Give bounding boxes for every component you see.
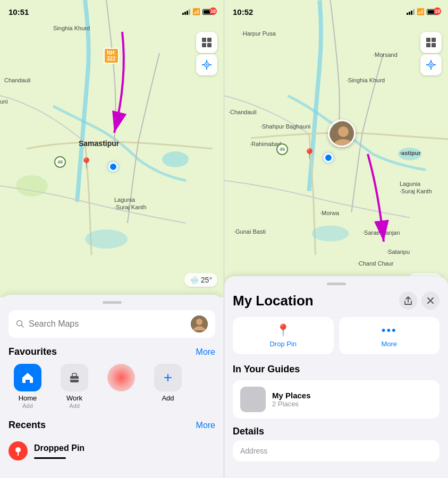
recents-more-btn[interactable]: More — [196, 421, 215, 430]
recent-divider — [34, 457, 66, 459]
guide-thumbnail — [240, 387, 266, 412]
recent-dropped-pin[interactable]: Dropped Pin — [9, 437, 215, 465]
fav-work[interactable]: Work Add — [55, 364, 94, 409]
guide-name: My Places — [272, 391, 311, 400]
svg-point-25 — [430, 64, 432, 66]
details-section: Details Address — [233, 426, 439, 462]
svg-point-16 — [15, 447, 21, 453]
close-button[interactable] — [421, 292, 439, 310]
fav-home[interactable]: Home Add — [9, 364, 47, 409]
left-status-icons: 📶 18 — [182, 8, 215, 15]
right-signal-icon — [407, 8, 415, 15]
left-phone-panel: 10:51 📶 18 — [0, 0, 224, 478]
svg-rect-20 — [426, 38, 430, 42]
more-action-label: More — [381, 340, 397, 348]
right-phone-panel: 10:52 📶 19 — [224, 0, 448, 478]
svg-point-3 — [16, 175, 48, 197]
action-row: 📍 Drop Pin ••• More — [233, 317, 439, 354]
location-title: My Location — [233, 293, 314, 309]
right-map[interactable]: 10:52 📶 19 — [224, 0, 448, 297]
signal-icon — [182, 8, 190, 15]
recent-pin-icon — [9, 441, 28, 460]
guide-info: My Places 2 Places — [272, 391, 311, 408]
wifi-icon: 📶 — [192, 8, 200, 15]
guides-section: In Your Guides My Places 2 Places — [233, 364, 439, 419]
drop-pin-label: Drop Pin — [269, 340, 297, 348]
left-map-controls — [196, 32, 217, 75]
add-label: Add — [162, 394, 174, 402]
left-sheet-handle — [103, 301, 122, 304]
recent-pin-name: Dropped Pin — [34, 443, 84, 453]
share-button[interactable] — [399, 292, 417, 310]
recents-header: Recents More — [9, 420, 215, 431]
battery-level-badge: 18 — [209, 7, 217, 15]
location-dot-right — [324, 153, 333, 163]
battery-container: 18 — [202, 9, 215, 15]
favourites-more-btn[interactable]: More — [196, 347, 215, 357]
left-weather-badge: 🌧️ 25° — [184, 273, 217, 287]
right-battery-badge: 19 — [434, 7, 441, 15]
recents-section: Recents More Dropped Pin — [9, 420, 215, 465]
map-profile-avatar — [328, 120, 356, 147]
location-dot-left — [108, 162, 118, 172]
svg-rect-7 — [207, 43, 212, 47]
road-circle-49: 49 — [54, 156, 66, 168]
add-icon-bg: + — [154, 364, 182, 391]
svg-point-27 — [338, 126, 349, 137]
weather-temp-left: 25° — [201, 276, 212, 284]
highway-badge: NH322 — [104, 48, 119, 64]
red-pulse-icon — [107, 364, 135, 391]
svg-point-13 — [196, 319, 202, 325]
right-map-controls — [420, 32, 442, 75]
svg-rect-23 — [432, 43, 436, 47]
guide-item-my-places[interactable]: My Places 2 Places — [233, 380, 439, 419]
drop-pin-btn[interactable]: 📍 Drop Pin — [233, 317, 334, 354]
fav-pulse[interactable] — [102, 364, 140, 391]
red-pin-left: 📍 — [80, 157, 93, 169]
right-sheet-handle — [327, 283, 346, 285]
work-icon-bg — [61, 364, 88, 391]
right-wifi-icon: 📶 — [417, 8, 425, 15]
search-bar[interactable] — [9, 310, 215, 338]
svg-point-19 — [312, 226, 349, 242]
svg-point-2 — [85, 229, 128, 249]
recents-title: Recents — [9, 420, 46, 431]
home-icon-bg — [14, 364, 41, 391]
details-row: Address — [233, 440, 439, 462]
search-input[interactable] — [29, 319, 187, 329]
location-header-buttons — [399, 292, 439, 310]
guides-title: In Your Guides — [233, 364, 439, 375]
right-status-icons: 📶 19 — [407, 8, 439, 15]
details-title: Details — [233, 426, 439, 437]
favourites-header: Favourites More — [9, 346, 215, 357]
svg-rect-5 — [207, 38, 212, 42]
right-location-btn[interactable] — [420, 54, 442, 75]
left-time: 10:51 — [9, 7, 29, 16]
svg-point-1 — [162, 151, 189, 167]
right-map-view-btn[interactable] — [420, 32, 442, 53]
right-battery-container: 19 — [427, 9, 439, 15]
search-icon — [16, 320, 24, 328]
home-label: Home — [19, 394, 37, 402]
user-avatar-left[interactable] — [191, 315, 208, 332]
map-view-btn[interactable] — [196, 32, 217, 53]
svg-rect-4 — [202, 38, 206, 42]
svg-rect-21 — [432, 38, 436, 42]
work-label: Work — [66, 394, 82, 402]
location-btn[interactable] — [196, 54, 217, 75]
red-pin-right: 📍 — [303, 148, 316, 160]
left-bottom-sheet: Favourites More Home Add — [0, 295, 224, 478]
svg-point-18 — [398, 148, 421, 160]
home-sublabel: Add — [22, 403, 33, 409]
guide-count: 2 Places — [272, 400, 311, 408]
svg-rect-22 — [426, 43, 430, 47]
favourites-title: Favourites — [9, 346, 57, 357]
right-time: 10:52 — [233, 7, 253, 16]
drop-pin-icon: 📍 — [276, 323, 290, 337]
work-sublabel: Add — [69, 403, 80, 409]
fav-add[interactable]: + Add — [149, 364, 187, 402]
right-status-bar: 10:52 📶 19 — [224, 0, 448, 23]
svg-point-9 — [206, 64, 208, 66]
more-action-btn[interactable]: ••• More — [339, 317, 440, 354]
left-map[interactable]: 10:51 📶 18 — [0, 0, 224, 297]
